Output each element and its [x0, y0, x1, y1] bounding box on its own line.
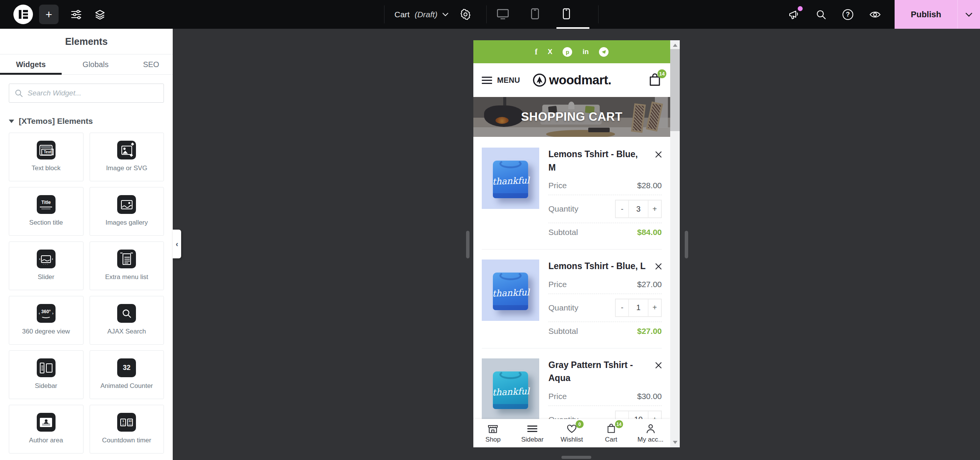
- widget-card-slider[interactable]: ‹ › ··· Slider: [9, 242, 83, 290]
- preview-changes-button[interactable]: [869, 9, 881, 20]
- layers-icon: [94, 8, 106, 21]
- nav-sidebar[interactable]: Sidebar: [513, 419, 552, 447]
- person-icon: [645, 423, 656, 434]
- widget-card-countdown-timer[interactable]: 1 HR 32 MIN Countdown timer: [90, 405, 164, 453]
- scroll-up-arrow-icon[interactable]: [673, 44, 677, 47]
- widget-card-sidebar[interactable]: Sidebar: [9, 350, 83, 399]
- widget-card-section-title[interactable]: Title Section title: [9, 187, 83, 236]
- chevron-down-icon: [442, 13, 448, 16]
- remove-item-button[interactable]: [655, 362, 662, 369]
- store-icon: [487, 423, 499, 434]
- widget-card-ajax-search[interactable]: AJAX Search: [90, 296, 164, 345]
- add-element-button[interactable]: +: [39, 5, 59, 24]
- telegram-icon[interactable]: [599, 47, 609, 57]
- nav-shop[interactable]: Shop: [473, 419, 513, 447]
- nav-wishlist[interactable]: 0 Wishlist: [552, 419, 592, 447]
- page-title: SHOPPING CART: [473, 97, 670, 137]
- slider-icon: ‹ › ···: [37, 250, 56, 268]
- product-title[interactable]: Gray Pattern Tshirt - Aqua: [548, 358, 646, 385]
- x-twitter-icon[interactable]: X: [548, 48, 552, 56]
- tab-seo[interactable]: SEO: [129, 54, 173, 74]
- site-logo[interactable]: woodmart.: [532, 73, 611, 87]
- device-mobile-button[interactable]: [561, 8, 572, 21]
- product-image[interactable]: thankful: [482, 358, 539, 420]
- widget-card-extra-menu-list[interactable]: Extra menu list: [90, 242, 164, 290]
- nav-cart[interactable]: 14 Cart: [591, 419, 631, 447]
- device-desktop-button[interactable]: [496, 8, 509, 21]
- sidebar-lines-icon: [527, 423, 537, 434]
- countdown-timer-icon: 1 HR 32 MIN: [117, 413, 136, 432]
- quantity-increase-button[interactable]: +: [648, 200, 661, 217]
- widget-label: Section title: [29, 219, 63, 227]
- price-label: Price: [548, 181, 567, 190]
- help-button[interactable]: ?: [843, 9, 853, 20]
- remove-item-button[interactable]: [655, 263, 662, 270]
- device-tablet-button[interactable]: [529, 8, 541, 21]
- pinterest-icon[interactable]: p: [563, 47, 572, 57]
- woodmart-logo-icon: [532, 73, 547, 87]
- finder-search-button[interactable]: [815, 9, 827, 20]
- product-title[interactable]: Lemons Tshirt - Blue, M: [548, 148, 646, 174]
- preview-resize-handle-right[interactable]: [685, 231, 688, 258]
- header-cart-button[interactable]: 14: [648, 72, 662, 89]
- document-title: Cart: [394, 10, 410, 19]
- document-switcher[interactable]: Cart (Draft): [394, 0, 448, 29]
- search-input[interactable]: [28, 89, 158, 97]
- chevron-left-icon: ‹: [176, 240, 178, 248]
- widget-card-animated-counter[interactable]: 32 Animated Counter: [90, 350, 164, 399]
- widget-card-author-area[interactable]: Author area: [9, 405, 83, 453]
- chevron-down-icon: [965, 12, 973, 17]
- panel-collapse-handle[interactable]: ‹: [173, 230, 181, 258]
- notification-dot: [798, 6, 803, 11]
- elementor-logo-glyph: [19, 10, 21, 19]
- quantity-increase-button[interactable]: +: [648, 299, 661, 316]
- widget-card-text-block[interactable]: Text Text block: [9, 133, 83, 181]
- scrollbar-thumb[interactable]: [670, 49, 680, 131]
- quantity-decrease-button[interactable]: -: [616, 299, 628, 316]
- facebook-icon[interactable]: f: [535, 48, 538, 56]
- widget-card-360-degree-view[interactable]: ‹ 360° › 360 degree view: [9, 296, 83, 345]
- preview-scrollbar[interactable]: [670, 40, 680, 447]
- site-settings-button[interactable]: [70, 8, 82, 21]
- product-title[interactable]: Lemons Tshirt - Blue, L: [548, 260, 646, 273]
- widget-card-image-or-svg[interactable]: Image or SVG: [90, 133, 164, 181]
- tab-globals[interactable]: Globals: [62, 54, 129, 74]
- remove-item-button[interactable]: [655, 151, 662, 158]
- widget-category-header[interactable]: [XTemos] Elements: [0, 103, 173, 133]
- page-title-hero: SHOPPING CART: [473, 97, 670, 137]
- megaphone-icon: [788, 9, 800, 20]
- product-image[interactable]: thankful: [482, 260, 539, 321]
- scroll-down-arrow-icon[interactable]: [673, 441, 677, 444]
- linkedin-icon[interactable]: in: [582, 48, 589, 56]
- preview-resize-handle-bottom[interactable]: [561, 456, 591, 459]
- preview-resize-handle-left[interactable]: [466, 231, 470, 258]
- quantity-value[interactable]: 3: [628, 200, 648, 217]
- price-label: Price: [548, 280, 567, 289]
- whats-new-button[interactable]: [788, 9, 800, 20]
- publish-button[interactable]: Publish: [895, 0, 957, 29]
- mobile-menu-button[interactable]: MENU: [482, 76, 520, 85]
- quantity-decrease-button[interactable]: -: [616, 200, 628, 217]
- widget-label: Images gallery: [105, 219, 148, 227]
- plus-icon: +: [46, 8, 52, 21]
- site-logo-text: woodmart.: [549, 73, 611, 87]
- structure-button[interactable]: [94, 8, 106, 21]
- author-area-icon: [37, 413, 56, 432]
- elementor-logo[interactable]: [13, 5, 33, 24]
- quantity-value[interactable]: 1: [628, 299, 648, 316]
- product-image[interactable]: thankful: [482, 148, 539, 209]
- page-settings-button[interactable]: [460, 8, 471, 22]
- tab-widgets[interactable]: Widgets: [0, 54, 62, 74]
- quantity-stepper: - 3 +: [615, 200, 662, 218]
- widget-label: Countdown timer: [102, 437, 151, 444]
- category-title: [XTemos] Elements: [19, 117, 93, 126]
- gear-icon: [460, 8, 471, 20]
- social-topbar: f X p in: [473, 40, 670, 63]
- topbar-divider: [598, 5, 599, 23]
- cart-count-badge: 14: [615, 420, 623, 428]
- active-device-indicator: [556, 27, 589, 29]
- widget-card-images-gallery[interactable]: Images gallery: [90, 187, 164, 236]
- nav-my-account[interactable]: My acc...: [631, 419, 670, 447]
- publish-options-button[interactable]: [957, 0, 980, 29]
- tablet-icon: [529, 8, 541, 20]
